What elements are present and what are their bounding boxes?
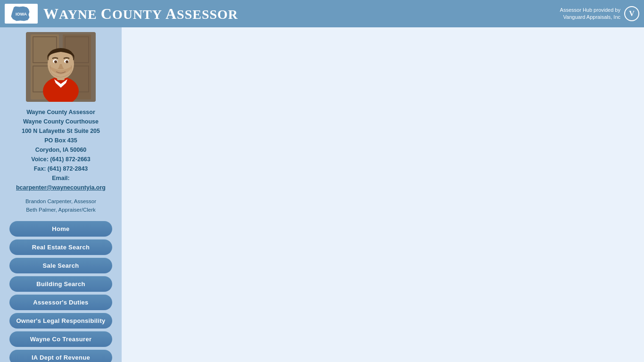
iowa-logo: IOWA [5,4,38,24]
site-header: IOWA WAYNE COUNTY ASSESSOR Assessor Hub … [0,0,644,27]
svg-text:IOWA: IOWA [16,12,27,16]
building-search-button[interactable]: Building Search [9,276,112,292]
ia-dept-of-revenue-button[interactable]: IA Dept of Revenue [9,350,112,362]
main-content [122,27,644,362]
assessor-hub-line1: Assessor Hub provided by [560,7,620,14]
svg-point-13 [54,60,57,63]
fax-number: Fax: (641) 872-2843 [16,164,106,173]
nav-buttons: HomeReal Estate SearchSale SearchBuildin… [9,221,112,362]
voice-number: Voice: (641) 872-2663 [16,155,106,164]
vanguard-logo-icon: V [624,6,639,21]
city-state-zip: Corydon, IA 50060 [16,145,106,155]
assessors-duties-button[interactable]: Assessor's Duties [9,295,112,310]
staff-info: Brandon Carpenter, Assessor Beth Palmer,… [25,197,96,214]
sidebar: Wayne County Assessor Wayne County Court… [0,27,122,362]
appraiser-name: Beth Palmer, Appraiser/Clerk [25,206,96,214]
assessor-name: Brandon Carpenter, Assessor [25,197,96,206]
sale-search-button[interactable]: Sale Search [9,258,112,273]
svg-point-14 [66,60,68,63]
wayne-co-treasurer-button[interactable]: Wayne Co Treasurer [9,331,112,347]
assessor-hub-text: Assessor Hub provided by Vanguard Apprai… [560,7,620,21]
office-name: Wayne County Assessor [16,107,106,117]
po-box: PO Box 435 [16,136,106,145]
home-button[interactable]: Home [9,221,112,237]
assessor-hub-info: Assessor Hub provided by Vanguard Apprai… [560,6,639,21]
street-address: 100 N Lafayette St Suite 205 [16,126,106,136]
owners-legal-responsibility-button[interactable]: Owner's Legal Responsibility [9,313,112,329]
main-layout: Wayne County Assessor Wayne County Court… [0,27,644,362]
email-label: Email: [16,173,106,183]
building-name: Wayne County Courthouse [16,117,106,126]
contact-info: Wayne County Assessor Wayne County Court… [16,107,106,192]
site-title: WAYNE COUNTY ASSESSOR [43,5,238,23]
email-link[interactable]: bcarpenter@waynecountyia.org [16,184,106,191]
assessor-photo [26,32,96,102]
real-estate-search-button[interactable]: Real Estate Search [9,239,112,255]
assessor-hub-line2: Vanguard Appraisals, Inc [560,14,620,21]
